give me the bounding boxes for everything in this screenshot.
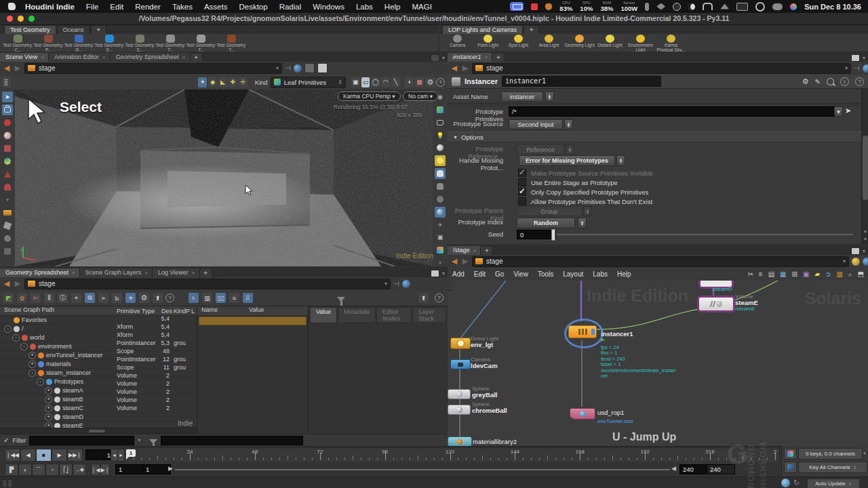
- checkbox[interactable]: [518, 169, 526, 177]
- select-points-mode-icon[interactable]: ◆: [208, 77, 217, 87]
- tab-instancer1[interactable]: instancer1×: [448, 53, 492, 62]
- tree-expander[interactable]: +: [45, 405, 52, 412]
- prototype-primitives-menu-icon[interactable]: ▾: [834, 106, 843, 117]
- menu-desktop[interactable]: Desktop: [239, 3, 267, 11]
- tree-row[interactable]: - steam_instancer: [0, 369, 197, 378]
- ss-split-mode-icon[interactable]: ▯▯: [216, 293, 226, 303]
- renderer-dropdown[interactable]: Karma CPU Persp ▾: [338, 92, 401, 101]
- wifi-icon[interactable]: [720, 4, 729, 9]
- asset-name-dropdown[interactable]: instancer: [501, 92, 543, 102]
- shelf-tool[interactable]: Point Light: [473, 35, 503, 52]
- tree-hscrollbar[interactable]: [0, 428, 197, 434]
- snapshot-cube-icon[interactable]: [304, 63, 315, 73]
- range-brackets-icon[interactable]: ⎡⎦: [59, 464, 73, 476]
- tree-expander[interactable]: -: [12, 334, 20, 342]
- col-scene-graph-path[interactable]: Scene Graph Path: [4, 306, 54, 313]
- seed-field[interactable]: 0: [517, 230, 556, 239]
- tree-path-field[interactable]: stage ▾: [24, 279, 391, 289]
- tree-row[interactable]: - Prototypes: [0, 378, 197, 386]
- forward-icon[interactable]: ▶: [14, 64, 22, 73]
- pane-menu-chevron-icon-3[interactable]: ▾: [863, 248, 865, 254]
- lighting-none-icon[interactable]: 💡: [435, 130, 446, 141]
- range-slider-track[interactable]: [175, 469, 670, 471]
- clock-icon[interactable]: [673, 3, 681, 11]
- tree-pin-icon[interactable]: ⊣: [393, 280, 399, 287]
- follow-playbar-icon[interactable]: ⌒: [32, 464, 45, 476]
- param-checkbox-row[interactable]: Make Prototype Source Primitives Invisib…: [518, 169, 653, 177]
- tree-expander[interactable]: -: [20, 343, 28, 350]
- list-view-icon[interactable]: ≡: [759, 270, 763, 278]
- moon-icon[interactable]: [688, 3, 695, 10]
- path-dropdown-icon[interactable]: ▾: [276, 65, 279, 71]
- quickplane-icon[interactable]: [2, 220, 13, 231]
- network-menu-item[interactable]: Edit: [474, 270, 486, 278]
- param-checkbox-row[interactable]: Use Entire Stage as Prototype: [518, 178, 618, 186]
- select-groups-icon[interactable]: ▣: [351, 77, 360, 87]
- range-end-field[interactable]: 240: [679, 464, 708, 474]
- shelf-tool[interactable]: Test Geometry: R...: [64, 35, 94, 52]
- network-menu-item[interactable]: Labs: [593, 270, 608, 278]
- tab-geometry-spreadsheet[interactable]: Geometry Spreadsheet×: [0, 268, 80, 277]
- network-menu-item[interactable]: Tools: [538, 270, 553, 278]
- key-all-channels-dropdown[interactable]: Key All Channels⇕: [798, 462, 867, 473]
- key-icon[interactable]: [645, 3, 649, 11]
- apple-menu-icon[interactable]: [8, 3, 16, 10]
- param-checkbox-row[interactable]: Allow Prototype Primitives That Don't Ex…: [518, 197, 652, 205]
- menu-help[interactable]: Help: [384, 3, 401, 11]
- tree-expander[interactable]: +: [45, 387, 52, 394]
- tab-scene-view[interactable]: Scene View×: [0, 53, 49, 62]
- keyframe-mode-icon[interactable]: ▛: [5, 464, 18, 476]
- camera-dropdown[interactable]: No cam ▾: [403, 92, 438, 101]
- asset-name-spinner[interactable]: ▲▼: [545, 92, 554, 102]
- select-detail-mode-icon[interactable]: ✛: [239, 77, 248, 87]
- collection-icon[interactable]: ✄: [31, 293, 41, 303]
- select-tool-icon[interactable]: ➤: [2, 92, 13, 102]
- playhead-flag[interactable]: 1: [126, 449, 136, 457]
- shelf-tab-lop-lights[interactable]: LOP Lights and Cameras: [442, 25, 523, 34]
- menu-magi[interactable]: MAGI: [412, 3, 432, 11]
- pane-menu-chevron-icon-4[interactable]: ▾: [442, 270, 445, 277]
- network-node-ldevcam[interactable]: [450, 359, 471, 369]
- translate-tool-icon[interactable]: [2, 117, 13, 128]
- prototype-index-dropdown[interactable]: Random: [517, 218, 575, 228]
- add-param-tab-button[interactable]: +: [492, 54, 505, 62]
- cpu-status[interactable]: CPU83%: [559, 1, 572, 12]
- tree-row[interactable]: + steamA: [0, 386, 197, 395]
- snap-tool-icon[interactable]: [2, 182, 13, 192]
- shelf-tool[interactable]: Camera: [442, 35, 473, 52]
- sticky-note-icon[interactable]: ▰: [814, 270, 820, 278]
- shelf-tool[interactable]: Karma Physical Sky...: [656, 35, 686, 52]
- ss-tree-mode-icon[interactable]: ⊦: [189, 293, 199, 303]
- box-select-icon[interactable]: ▭: [361, 77, 370, 87]
- network-path-field[interactable]: stage ▾: [472, 256, 849, 267]
- range-start-field[interactable]: 1: [142, 464, 171, 474]
- tree-row[interactable]: + materials: [0, 360, 197, 369]
- col-value[interactable]: Value: [249, 306, 264, 313]
- net-target-icon[interactable]: [863, 258, 868, 266]
- prototype-primitives-field[interactable]: /*: [509, 106, 840, 117]
- col-name[interactable]: Name: [201, 306, 218, 313]
- param-help-icon[interactable]: ?: [855, 77, 864, 86]
- geometry-info-icon[interactable]: ✈: [435, 220, 446, 230]
- scene-viewport[interactable]: ➤ ▾ ◉ 💡 ✈ ▣: [0, 89, 448, 266]
- network-menu-item[interactable]: Layout: [563, 270, 583, 278]
- current-frame-field[interactable]: 1: [85, 449, 114, 460]
- shelf-tool[interactable]: Distant Light: [595, 35, 625, 52]
- prototype-parent-kind-spinner[interactable]: ▲▼: [583, 206, 592, 216]
- layers-icon[interactable]: [656, 3, 665, 10]
- play-reverse-button[interactable]: ◀: [20, 449, 36, 462]
- scale-tool-icon[interactable]: [2, 143, 13, 154]
- range-slider-left-handle[interactable]: ▶: [168, 465, 173, 472]
- network-menu-item[interactable]: Add: [452, 270, 465, 278]
- tree-expander[interactable]: +: [45, 396, 52, 403]
- audio-icon[interactable]: ◖: [18, 464, 32, 476]
- tree-row[interactable]: + steamB: [0, 395, 197, 404]
- pane-menu-chevron-icon-2[interactable]: ▾: [863, 55, 865, 61]
- record-stop-icon[interactable]: [531, 3, 538, 10]
- scene-path-field[interactable]: stage ▾: [24, 63, 282, 74]
- tree-row[interactable]: + envTunnel_instancer: [0, 351, 197, 360]
- network-graph[interactable]: Indie Edition Solaris U - Jump Up Dome L…: [448, 281, 868, 446]
- search-icon[interactable]: [755, 2, 765, 12]
- filter-check-icon[interactable]: ✓: [3, 436, 9, 444]
- set-key-icon[interactable]: →✚: [73, 464, 86, 476]
